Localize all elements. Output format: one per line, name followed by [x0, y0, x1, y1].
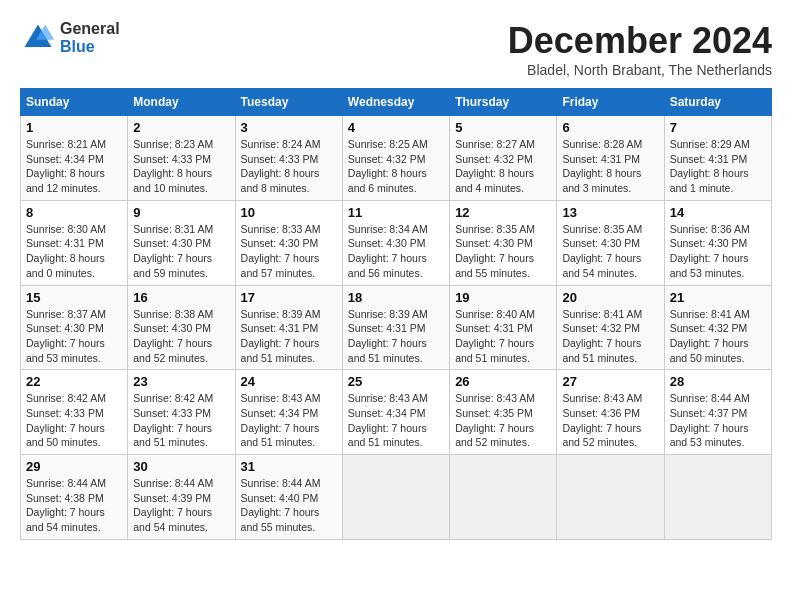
day-info: Sunrise: 8:36 AM Sunset: 4:30 PM Dayligh…	[670, 222, 766, 281]
calendar-cell: 11 Sunrise: 8:34 AM Sunset: 4:30 PM Dayl…	[342, 200, 449, 285]
day-number: 26	[455, 374, 551, 389]
calendar-cell: 3 Sunrise: 8:24 AM Sunset: 4:33 PM Dayli…	[235, 116, 342, 201]
calendar-cell: 16 Sunrise: 8:38 AM Sunset: 4:30 PM Dayl…	[128, 285, 235, 370]
calendar-cell: 1 Sunrise: 8:21 AM Sunset: 4:34 PM Dayli…	[21, 116, 128, 201]
day-of-week-header: Wednesday	[342, 89, 449, 116]
day-info: Sunrise: 8:35 AM Sunset: 4:30 PM Dayligh…	[455, 222, 551, 281]
day-info: Sunrise: 8:43 AM Sunset: 4:34 PM Dayligh…	[348, 391, 444, 450]
logo-general: General	[60, 20, 120, 38]
day-info: Sunrise: 8:39 AM Sunset: 4:31 PM Dayligh…	[348, 307, 444, 366]
day-info: Sunrise: 8:28 AM Sunset: 4:31 PM Dayligh…	[562, 137, 658, 196]
day-of-week-header: Friday	[557, 89, 664, 116]
day-number: 28	[670, 374, 766, 389]
day-info: Sunrise: 8:41 AM Sunset: 4:32 PM Dayligh…	[562, 307, 658, 366]
calendar-cell: 21 Sunrise: 8:41 AM Sunset: 4:32 PM Dayl…	[664, 285, 771, 370]
calendar-body: 1 Sunrise: 8:21 AM Sunset: 4:34 PM Dayli…	[21, 116, 772, 540]
calendar-cell	[342, 455, 449, 540]
calendar-cell: 19 Sunrise: 8:40 AM Sunset: 4:31 PM Dayl…	[450, 285, 557, 370]
logo-icon	[20, 20, 56, 56]
calendar-table: SundayMondayTuesdayWednesdayThursdayFrid…	[20, 88, 772, 540]
day-number: 30	[133, 459, 229, 474]
day-info: Sunrise: 8:39 AM Sunset: 4:31 PM Dayligh…	[241, 307, 337, 366]
day-number: 9	[133, 205, 229, 220]
day-number: 16	[133, 290, 229, 305]
calendar-cell: 24 Sunrise: 8:43 AM Sunset: 4:34 PM Dayl…	[235, 370, 342, 455]
calendar-cell: 17 Sunrise: 8:39 AM Sunset: 4:31 PM Dayl…	[235, 285, 342, 370]
location-subtitle: Bladel, North Brabant, The Netherlands	[508, 62, 772, 78]
calendar-cell: 2 Sunrise: 8:23 AM Sunset: 4:33 PM Dayli…	[128, 116, 235, 201]
day-number: 3	[241, 120, 337, 135]
day-number: 14	[670, 205, 766, 220]
calendar-cell: 29 Sunrise: 8:44 AM Sunset: 4:38 PM Dayl…	[21, 455, 128, 540]
day-info: Sunrise: 8:44 AM Sunset: 4:37 PM Dayligh…	[670, 391, 766, 450]
calendar-cell: 6 Sunrise: 8:28 AM Sunset: 4:31 PM Dayli…	[557, 116, 664, 201]
calendar-week-row: 8 Sunrise: 8:30 AM Sunset: 4:31 PM Dayli…	[21, 200, 772, 285]
calendar-cell: 4 Sunrise: 8:25 AM Sunset: 4:32 PM Dayli…	[342, 116, 449, 201]
day-number: 7	[670, 120, 766, 135]
day-info: Sunrise: 8:44 AM Sunset: 4:40 PM Dayligh…	[241, 476, 337, 535]
day-number: 23	[133, 374, 229, 389]
day-info: Sunrise: 8:25 AM Sunset: 4:32 PM Dayligh…	[348, 137, 444, 196]
day-info: Sunrise: 8:43 AM Sunset: 4:36 PM Dayligh…	[562, 391, 658, 450]
day-info: Sunrise: 8:34 AM Sunset: 4:30 PM Dayligh…	[348, 222, 444, 281]
day-number: 1	[26, 120, 122, 135]
day-of-week-header: Saturday	[664, 89, 771, 116]
day-of-week-header: Sunday	[21, 89, 128, 116]
day-number: 4	[348, 120, 444, 135]
calendar-cell	[450, 455, 557, 540]
day-number: 18	[348, 290, 444, 305]
calendar-cell	[664, 455, 771, 540]
day-info: Sunrise: 8:35 AM Sunset: 4:30 PM Dayligh…	[562, 222, 658, 281]
day-info: Sunrise: 8:42 AM Sunset: 4:33 PM Dayligh…	[26, 391, 122, 450]
day-number: 12	[455, 205, 551, 220]
day-number: 6	[562, 120, 658, 135]
title-block: December 2024 Bladel, North Brabant, The…	[508, 20, 772, 78]
calendar-cell	[557, 455, 664, 540]
day-info: Sunrise: 8:29 AM Sunset: 4:31 PM Dayligh…	[670, 137, 766, 196]
day-info: Sunrise: 8:41 AM Sunset: 4:32 PM Dayligh…	[670, 307, 766, 366]
calendar-header-row: SundayMondayTuesdayWednesdayThursdayFrid…	[21, 89, 772, 116]
calendar-cell: 12 Sunrise: 8:35 AM Sunset: 4:30 PM Dayl…	[450, 200, 557, 285]
day-number: 13	[562, 205, 658, 220]
calendar-cell: 8 Sunrise: 8:30 AM Sunset: 4:31 PM Dayli…	[21, 200, 128, 285]
day-number: 10	[241, 205, 337, 220]
calendar-cell: 28 Sunrise: 8:44 AM Sunset: 4:37 PM Dayl…	[664, 370, 771, 455]
calendar-week-row: 22 Sunrise: 8:42 AM Sunset: 4:33 PM Dayl…	[21, 370, 772, 455]
day-info: Sunrise: 8:37 AM Sunset: 4:30 PM Dayligh…	[26, 307, 122, 366]
day-number: 25	[348, 374, 444, 389]
day-of-week-header: Thursday	[450, 89, 557, 116]
day-number: 11	[348, 205, 444, 220]
day-info: Sunrise: 8:33 AM Sunset: 4:30 PM Dayligh…	[241, 222, 337, 281]
day-info: Sunrise: 8:44 AM Sunset: 4:38 PM Dayligh…	[26, 476, 122, 535]
day-number: 21	[670, 290, 766, 305]
day-info: Sunrise: 8:43 AM Sunset: 4:35 PM Dayligh…	[455, 391, 551, 450]
calendar-cell: 7 Sunrise: 8:29 AM Sunset: 4:31 PM Dayli…	[664, 116, 771, 201]
day-info: Sunrise: 8:23 AM Sunset: 4:33 PM Dayligh…	[133, 137, 229, 196]
day-number: 29	[26, 459, 122, 474]
calendar-cell: 26 Sunrise: 8:43 AM Sunset: 4:35 PM Dayl…	[450, 370, 557, 455]
day-info: Sunrise: 8:42 AM Sunset: 4:33 PM Dayligh…	[133, 391, 229, 450]
day-info: Sunrise: 8:24 AM Sunset: 4:33 PM Dayligh…	[241, 137, 337, 196]
calendar-cell: 30 Sunrise: 8:44 AM Sunset: 4:39 PM Dayl…	[128, 455, 235, 540]
calendar-cell: 14 Sunrise: 8:36 AM Sunset: 4:30 PM Dayl…	[664, 200, 771, 285]
day-number: 2	[133, 120, 229, 135]
day-number: 22	[26, 374, 122, 389]
logo-blue: Blue	[60, 38, 120, 56]
day-number: 24	[241, 374, 337, 389]
calendar-cell: 15 Sunrise: 8:37 AM Sunset: 4:30 PM Dayl…	[21, 285, 128, 370]
calendar-cell: 22 Sunrise: 8:42 AM Sunset: 4:33 PM Dayl…	[21, 370, 128, 455]
month-title: December 2024	[508, 20, 772, 62]
day-of-week-header: Tuesday	[235, 89, 342, 116]
calendar-cell: 20 Sunrise: 8:41 AM Sunset: 4:32 PM Dayl…	[557, 285, 664, 370]
calendar-cell: 23 Sunrise: 8:42 AM Sunset: 4:33 PM Dayl…	[128, 370, 235, 455]
day-info: Sunrise: 8:31 AM Sunset: 4:30 PM Dayligh…	[133, 222, 229, 281]
day-info: Sunrise: 8:44 AM Sunset: 4:39 PM Dayligh…	[133, 476, 229, 535]
day-info: Sunrise: 8:27 AM Sunset: 4:32 PM Dayligh…	[455, 137, 551, 196]
calendar-cell: 18 Sunrise: 8:39 AM Sunset: 4:31 PM Dayl…	[342, 285, 449, 370]
logo: General Blue	[20, 20, 120, 56]
day-info: Sunrise: 8:30 AM Sunset: 4:31 PM Dayligh…	[26, 222, 122, 281]
day-number: 15	[26, 290, 122, 305]
logo-text: General Blue	[60, 20, 120, 55]
day-number: 27	[562, 374, 658, 389]
calendar-week-row: 15 Sunrise: 8:37 AM Sunset: 4:30 PM Dayl…	[21, 285, 772, 370]
